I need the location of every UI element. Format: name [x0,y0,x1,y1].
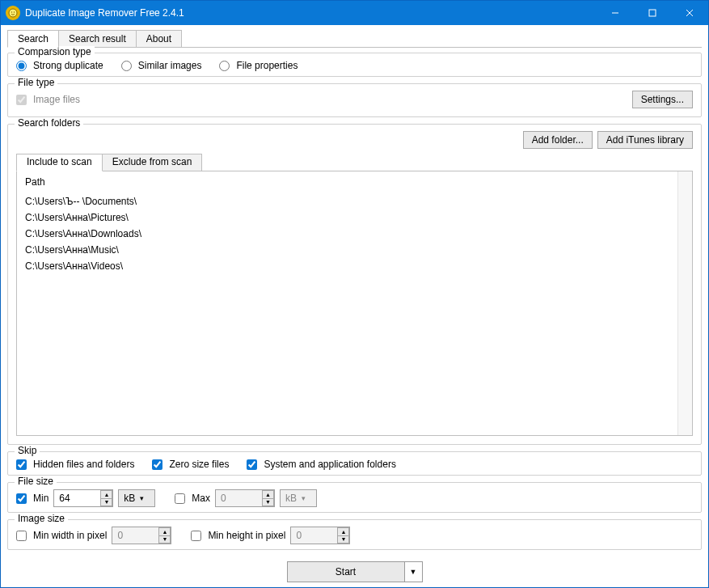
file-type-group: File type Image files Settings... [7,83,702,117]
checkbox-zero-size[interactable]: Zero size files [152,459,229,470]
checkbox-image-files: Image files [16,94,80,105]
list-item[interactable]: C:\Users\Ъ-- \Documents\ [25,196,669,207]
image-size-group: Image size Min width in pixel ▲▼ Min hei… [7,519,702,550]
minimize-button[interactable] [597,1,634,25]
chevron-down-icon: ▼ [410,568,417,576]
chevron-down-icon: ▾ [302,494,306,502]
max-size-unit-select: kB▾ [280,489,317,507]
chevron-down-icon: ▾ [140,494,144,502]
checkbox-system-folders[interactable]: System and application folders [247,459,395,470]
file-type-title: File type [15,77,57,88]
comparison-type-group: Comparsion type Strong duplicate Similar… [7,53,702,77]
min-size-spinner[interactable]: ▲▼ [100,490,112,506]
start-dropdown-button[interactable]: ▼ [405,561,423,582]
maximize-button[interactable] [634,1,671,25]
app-window: Duplicate Image Remover Free 2.4.1 Searc… [0,0,709,588]
scrollbar[interactable] [677,171,692,435]
tab-search[interactable]: Search [7,30,59,48]
search-folders-title: Search folders [15,117,83,129]
skip-title: Skip [15,445,40,456]
radio-strong-duplicate[interactable]: Strong duplicate [16,60,103,71]
checkbox-min-size[interactable]: Min [16,493,49,504]
max-size-spinner[interactable]: ▲▼ [262,490,274,506]
list-item[interactable]: C:\Users\Анна\Pictures\ [25,212,669,223]
image-size-title: Image size [15,513,68,524]
svg-point-1 [11,11,13,13]
svg-point-2 [14,11,15,13]
radio-file-properties[interactable]: File properties [219,60,298,71]
min-height-spinner[interactable]: ▲▼ [337,527,349,544]
tab-exclude-scan[interactable]: Exclude from scan [102,154,203,171]
radio-similar-images[interactable]: Similar images [121,60,202,71]
svg-point-0 [9,9,17,17]
file-type-settings-button[interactable]: Settings... [632,91,693,108]
search-folders-group: Search folders Add folder... Add iTunes … [7,124,702,445]
file-size-title: File size [15,476,57,487]
list-item[interactable]: C:\Users\Анна\Downloads\ [25,228,669,239]
add-itunes-button[interactable]: Add iTunes library [597,131,693,149]
min-width-spinner[interactable]: ▲▼ [158,527,171,544]
list-item[interactable]: C:\Users\Анна\Videos\ [25,260,669,272]
min-size-unit-select[interactable]: kB▾ [118,489,155,507]
list-item[interactable]: C:\Users\Анна\Music\ [25,244,669,256]
window-title: Duplicate Image Remover Free 2.4.1 [25,7,184,19]
tab-about[interactable]: About [136,30,182,47]
checkbox-min-height[interactable]: Min height in pixel [191,530,285,541]
title-bar: Duplicate Image Remover Free 2.4.1 [1,1,708,25]
scan-tabbar: Include to scan Exclude from scan [16,154,693,171]
skip-group: Skip Hidden files and folders Zero size … [7,451,702,476]
tab-search-result[interactable]: Search result [58,30,137,47]
comparison-type-title: Comparsion type [15,46,95,57]
checkbox-min-width[interactable]: Min width in pixel [16,530,107,541]
tab-include-scan[interactable]: Include to scan [16,154,103,171]
path-list-pane: Path C:\Users\Ъ-- \Documents\ C:\Users\А… [16,171,693,436]
add-folder-button[interactable]: Add folder... [523,131,593,149]
path-list: C:\Users\Ъ-- \Documents\ C:\Users\Анна\P… [17,192,677,275]
app-icon [6,6,20,20]
file-size-group: File size Min ▲▼ kB▾ Max ▲▼ kB▾ [7,482,702,513]
svg-rect-3 [649,10,656,16]
main-tabbar: Search Search result About [7,28,702,48]
checkbox-max-size[interactable]: Max [175,493,210,504]
path-column-header: Path [17,171,677,192]
close-button[interactable] [671,1,708,25]
checkbox-hidden-files[interactable]: Hidden files and folders [16,459,134,470]
start-button[interactable]: Start [287,561,405,582]
